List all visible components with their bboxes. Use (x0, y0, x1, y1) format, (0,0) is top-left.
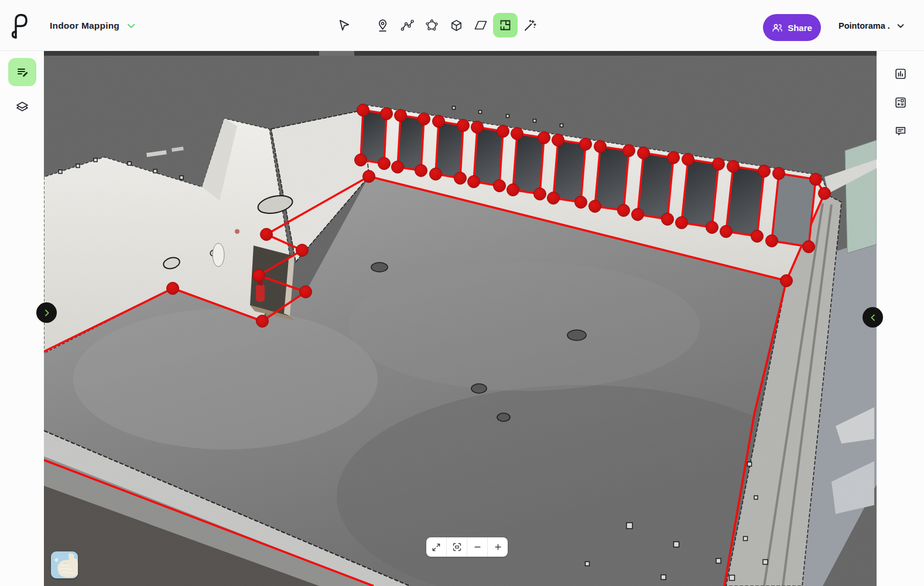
annotation-vertex (632, 209, 644, 221)
account-menu[interactable]: Pointorama . (839, 0, 906, 51)
annotation-vertex (471, 121, 484, 134)
annotation-vertex (575, 196, 587, 209)
annotation-vertex (357, 104, 369, 117)
annotation-vertex (623, 145, 635, 157)
account-name: Pointorama . (839, 21, 890, 30)
chevron-down-icon (895, 21, 906, 31)
viewport-container (44, 51, 877, 586)
minimap[interactable] (51, 551, 78, 578)
annotation-vertex (468, 176, 480, 188)
parallelogram-icon (474, 18, 488, 32)
comments-button[interactable] (894, 124, 907, 138)
annotation-vertex (497, 125, 509, 138)
annotation-vertex (378, 158, 391, 170)
magic-wand-icon (523, 18, 537, 32)
annotation-vertex (638, 147, 650, 159)
floorplan-tool-button[interactable] (493, 13, 518, 38)
annotation-vertex (819, 188, 831, 200)
annotation-vertex (433, 115, 445, 128)
scene-top-strip (44, 51, 877, 56)
annotation-vertex (589, 200, 601, 213)
annotation-vertex (662, 213, 674, 226)
minus-icon (473, 543, 482, 551)
project-name: Indoor Mapping (50, 21, 119, 31)
annotation-vertex (534, 188, 546, 200)
zoom-in-button[interactable] (488, 537, 508, 557)
annotation-vertex (494, 180, 506, 192)
annotation-vertex (810, 173, 822, 186)
properties-button[interactable] (894, 96, 907, 109)
left-sidebar (0, 51, 44, 586)
top-bar: Indoor Mapping (0, 0, 924, 51)
share-label: Share (788, 23, 812, 33)
polygon-icon (425, 19, 439, 32)
annotation-vertex (457, 120, 470, 132)
location-pin-icon (376, 19, 389, 32)
statistics-button[interactable] (894, 67, 907, 80)
annotation-vertex (511, 128, 523, 140)
fullscreen-button[interactable] (426, 537, 447, 557)
floorplan-icon (498, 18, 512, 32)
annotation-vertex (720, 226, 733, 238)
bar-chart-icon (894, 67, 907, 80)
tool-bar (331, 13, 542, 38)
pointorama-logo-icon[interactable] (10, 12, 31, 39)
annotation-vertex (682, 154, 694, 166)
fit-view-button[interactable] (447, 537, 467, 557)
annotation-vertex (261, 229, 273, 241)
annotation-vertex (547, 192, 560, 205)
point-cloud-scene[interactable] (44, 51, 877, 586)
annotation-vertex (781, 275, 793, 287)
zoom-out-button[interactable] (467, 537, 488, 557)
annotation-vertex (803, 241, 815, 253)
annotation-vertex (751, 230, 764, 243)
fit-view-icon (452, 542, 462, 552)
annotation-vertex (713, 158, 725, 171)
polyline-icon (401, 19, 414, 32)
polygon-tool-button[interactable] (419, 13, 444, 38)
comment-icon (894, 125, 907, 138)
annotation-vertex (668, 152, 680, 164)
cube-icon (450, 19, 463, 32)
auto-detect-button[interactable] (518, 13, 542, 38)
plus-icon (494, 543, 502, 551)
plane-tool-button[interactable] (468, 13, 493, 38)
annotation-vertex (773, 168, 785, 180)
people-icon (772, 23, 783, 33)
annotation-vertex (676, 217, 688, 229)
annotation-vertex (256, 315, 269, 328)
chevron-left-icon (868, 313, 878, 322)
view-toolbar (426, 537, 508, 557)
annotation-vertex (355, 154, 367, 166)
world-map-thumbnail (51, 551, 78, 578)
annotation-editor-button[interactable] (8, 58, 36, 86)
project-switcher[interactable]: Indoor Mapping (50, 0, 137, 51)
layers-button[interactable] (8, 93, 36, 121)
annotation-vertex (415, 165, 427, 177)
annotation-vertex (167, 282, 179, 295)
annotation-vertex (430, 168, 442, 180)
expand-left-panel-button[interactable] (36, 302, 57, 323)
layers-icon (15, 100, 29, 114)
cursor-icon (337, 19, 351, 32)
select-tool-button[interactable] (331, 13, 356, 38)
annotation-vertex (507, 184, 519, 196)
annotation-vertex (392, 161, 404, 173)
annotation-vertex (766, 235, 778, 247)
annotation-vertex (253, 270, 265, 282)
polyline-tool-button[interactable] (395, 13, 419, 38)
annotation-vertex (296, 244, 309, 257)
annotation-vertex (395, 110, 407, 122)
right-sidebar (877, 51, 924, 586)
share-button[interactable]: Share (763, 14, 821, 41)
annotation-vertex (727, 161, 740, 173)
cuboid-tool-button[interactable] (444, 13, 468, 38)
annotation-vertex (418, 113, 430, 125)
annotation-vertex (454, 172, 467, 185)
expand-icon (432, 543, 441, 552)
expand-right-panel-button[interactable] (863, 307, 883, 328)
annotation-vertex (594, 141, 607, 153)
annotation-vertex (552, 134, 564, 146)
annotation-vertex (363, 171, 375, 183)
place-point-button[interactable] (370, 13, 395, 38)
